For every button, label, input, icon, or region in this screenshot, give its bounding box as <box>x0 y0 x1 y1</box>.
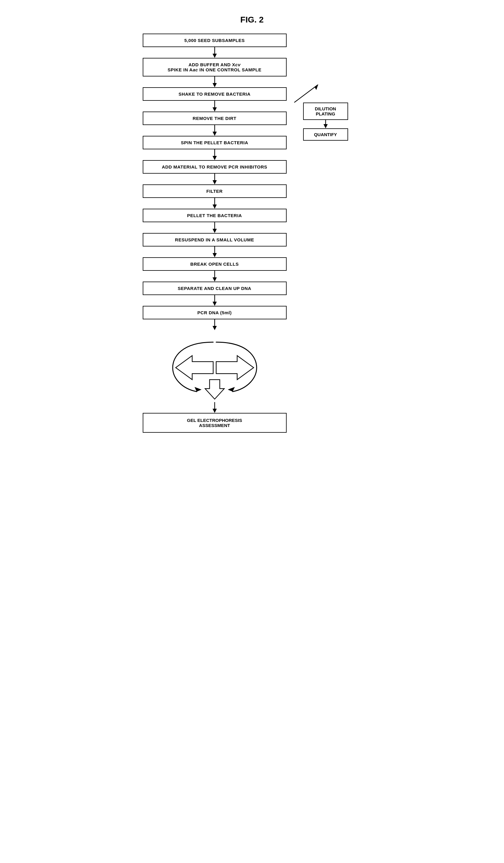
step-seed-subsamples: 5,000 SEED SUBSAMPLES <box>143 34 287 47</box>
arrow-3 <box>212 101 218 112</box>
arrow-5 <box>212 149 218 160</box>
step-pcr-dna: PCR DNA (5ml) <box>143 306 287 320</box>
step-add-material: ADD MATERIAL TO REMOVE PCR INHIBITORS <box>143 160 287 174</box>
side-step-quantify: QUANTIFY <box>303 128 348 141</box>
step-filter: FILTER <box>143 184 287 198</box>
svg-marker-29 <box>315 85 318 90</box>
arrow-12 <box>212 320 218 330</box>
arrow-10 <box>212 271 218 282</box>
svg-marker-9 <box>213 156 217 160</box>
cycle-diagram <box>158 333 272 402</box>
svg-marker-13 <box>213 204 217 209</box>
svg-marker-1 <box>213 54 217 58</box>
arrow-4 <box>212 125 218 136</box>
step-resuspend: RESUSPEND IN A SMALL VOLUME <box>143 233 287 247</box>
figure-title: FIG. 2 <box>132 15 372 25</box>
side-branch: DILUTION PLATING QUANTIFY <box>303 85 348 141</box>
step-remove-dirt: REMOVE THE DIRT <box>143 112 287 125</box>
svg-marker-25 <box>228 387 236 393</box>
arrow-1 <box>212 47 218 58</box>
svg-marker-21 <box>213 302 217 306</box>
step-break-cells: BREAK OPEN CELLS <box>143 257 287 271</box>
arrow-2 <box>212 76 218 87</box>
arrow-7 <box>212 198 218 209</box>
side-step-dilution: DILUTION PLATING <box>303 102 348 120</box>
xcv-italic: cv <box>235 62 241 67</box>
aac-italic: ac <box>193 67 198 72</box>
step-add-buffer: ADD BUFFER AND Xcv SPIKE IN Aac IN ONE C… <box>143 58 287 76</box>
step-spin-pellet: SPIN THE PELLET BACTERIA <box>143 136 287 149</box>
svg-marker-31 <box>324 124 328 128</box>
side-arrow-1 <box>323 120 329 128</box>
step-shake-bacteria: SHAKE TO REMOVE BACTERIA <box>143 87 287 101</box>
svg-marker-27 <box>213 409 217 413</box>
step-pellet-bacteria: PELLET THE BACTERIA <box>143 209 287 222</box>
flowchart: 5,000 SEED SUBSAMPLES ADD BUFFER AND Xcv… <box>132 34 372 433</box>
step-gel-electrophoresis: GEL ELECTROPHORESISASSESSMENT <box>143 413 287 433</box>
arrow-8 <box>212 222 218 233</box>
svg-marker-3 <box>213 83 217 87</box>
svg-marker-11 <box>213 180 217 184</box>
main-flow: 5,000 SEED SUBSAMPLES ADD BUFFER AND Xcv… <box>132 34 297 433</box>
step-separate-dna: SEPARATE AND CLEAN UP DNA <box>143 282 287 295</box>
diagonal-line-svg <box>294 85 324 102</box>
arrow-cycle-down <box>212 402 218 413</box>
arrow-6 <box>212 174 218 184</box>
svg-line-28 <box>294 85 318 102</box>
arrow-9 <box>212 247 218 257</box>
svg-marker-17 <box>213 253 217 257</box>
svg-marker-15 <box>213 229 217 233</box>
arrow-11 <box>212 295 218 306</box>
svg-marker-23 <box>213 326 217 330</box>
svg-marker-7 <box>213 132 217 136</box>
page: FIG. 2 5,000 SEED SUBSAMPLES ADD BUFFER … <box>126 6 378 442</box>
svg-marker-19 <box>213 277 217 282</box>
svg-marker-24 <box>193 387 201 393</box>
svg-marker-5 <box>213 107 217 112</box>
